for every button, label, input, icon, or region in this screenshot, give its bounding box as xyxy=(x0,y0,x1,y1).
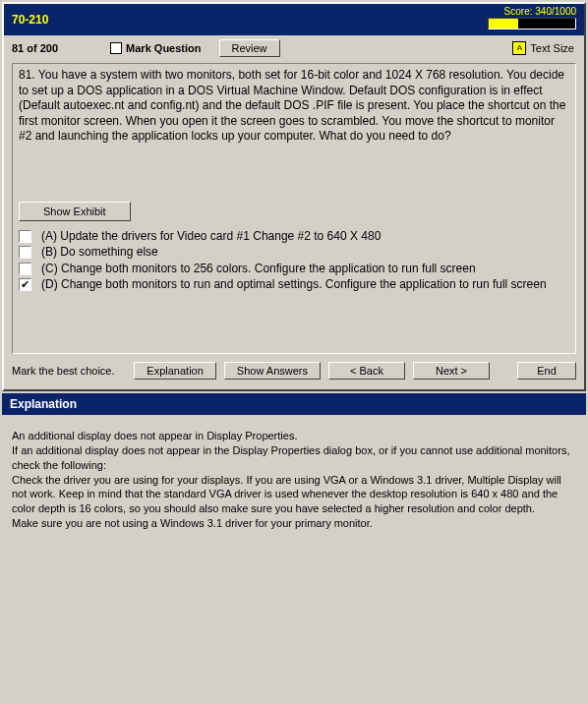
show-answers-button[interactable]: Show Answers xyxy=(224,362,321,380)
question-frame: 81. You have a system with two monitors,… xyxy=(12,63,576,354)
score-label: Score: 340/1000 xyxy=(504,6,576,17)
toolbar: 81 of 200 Mark Question Review A Text Si… xyxy=(4,35,584,61)
option-text-a: (A) Update the drivers for Video card #1… xyxy=(41,229,569,243)
score-area: Score: 340/1000 xyxy=(488,6,576,29)
explanation-panel: Explanation An additional display does n… xyxy=(2,393,586,682)
option-checkbox-a[interactable] xyxy=(19,230,31,243)
review-button[interactable]: Review xyxy=(219,39,280,57)
option-row-b: (B) Do something else xyxy=(19,245,569,259)
answer-options: (A) Update the drivers for Video card #1… xyxy=(19,229,569,292)
option-checkbox-d[interactable]: ✔ xyxy=(19,278,31,291)
mark-question-checkbox[interactable] xyxy=(110,42,122,54)
text-size-control[interactable]: A Text Size xyxy=(512,41,574,55)
option-row-d: ✔(D) Change both monitors to run and opt… xyxy=(19,277,569,291)
text-size-icon: A xyxy=(512,41,526,55)
exam-title: 70-210 xyxy=(12,13,48,27)
option-checkbox-b[interactable] xyxy=(19,246,31,259)
option-row-c: (C) Change both monitors to 256 colors. … xyxy=(19,262,569,275)
end-button[interactable]: End xyxy=(517,362,576,380)
option-text-d: (D) Change both monitors to run and opti… xyxy=(41,277,569,291)
question-counter: 81 of 200 xyxy=(12,42,58,54)
footer-instruction: Mark the best choice. xyxy=(12,365,115,377)
question-text: 81. You have a system with two monitors,… xyxy=(19,68,569,145)
main-panel: 70-210 Score: 340/1000 81 of 200 Mark Qu… xyxy=(2,2,586,391)
option-text-c: (C) Change both monitors to 256 colors. … xyxy=(41,262,569,275)
back-button[interactable]: < Back xyxy=(328,362,405,380)
score-progress-fill xyxy=(489,19,518,29)
show-exhibit-button[interactable]: Show Exhibit xyxy=(19,202,131,221)
mark-question-label: Mark Question xyxy=(126,42,201,54)
explanation-button[interactable]: Explanation xyxy=(134,362,216,380)
explanation-heading: Explanation xyxy=(2,393,586,415)
option-row-a: (A) Update the drivers for Video card #1… xyxy=(19,229,569,243)
score-progress xyxy=(488,18,576,29)
text-size-label: Text Size xyxy=(530,42,574,54)
mark-question-toggle[interactable]: Mark Question xyxy=(110,42,201,54)
footer-row: Mark the best choice. Explanation Show A… xyxy=(4,356,584,389)
title-bar: 70-210 Score: 340/1000 xyxy=(4,4,584,35)
option-text-b: (B) Do something else xyxy=(41,245,569,259)
option-checkbox-c[interactable] xyxy=(19,263,31,275)
explanation-body: An additional display does not appear in… xyxy=(2,415,586,682)
next-button[interactable]: Next > xyxy=(413,362,490,380)
